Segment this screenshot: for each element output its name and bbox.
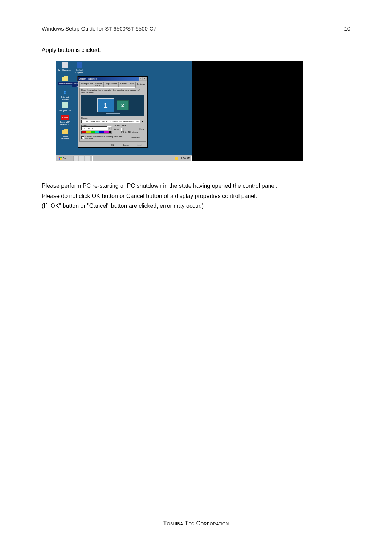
header-title: Windows Setup Guide for ST-6500/ST-6500-… (42, 25, 156, 32)
taskbar-separator (71, 156, 72, 161)
intro-line: Apply button is clicked. (42, 46, 350, 54)
dropdown-button[interactable]: ▾ (140, 120, 144, 123)
icon-label: My Computer (58, 69, 72, 71)
icon-label: Online Services (58, 135, 72, 140)
monitor-arrangement[interactable]: 1 2 (81, 95, 144, 116)
desktop-icon-outlook-express[interactable]: Outlook Express (72, 62, 87, 74)
display-properties-window: Display Properties ? × Background Screen… (78, 76, 148, 148)
desktop-icon-internet-explorer[interactable]: Internet Explorer (58, 89, 72, 101)
start-button[interactable]: Start (57, 156, 70, 161)
second-monitor-black (192, 155, 303, 161)
instruction-line-1: Please perform PC re-starting or PC shut… (42, 181, 350, 191)
desktop-icon-my-computer[interactable]: My Computer (58, 62, 72, 71)
tab-strip: Background Screen Saver Appearance Effec… (78, 81, 147, 87)
extend-label: Extend my Windows desktop onto this moni… (85, 136, 126, 140)
instruction-line-2: Please do not click OK button or Cancel … (42, 191, 350, 201)
colors-select[interactable]: 256 Colors ▾ (81, 126, 112, 130)
tab-web[interactable]: Web (128, 82, 135, 87)
screenshot-figure: My Computer My Documents Internet Explor… (56, 61, 350, 161)
slider-more: More (139, 128, 144, 130)
adobe-icon (61, 115, 69, 120)
slider-less: Less (114, 128, 119, 130)
monitor-1-icon[interactable]: 1 (97, 98, 114, 112)
screen-area-label: Screen area (114, 124, 144, 126)
windows-desktop: My Computer My Documents Internet Explor… (56, 61, 192, 155)
settings-panel: Drag the monitor icons to match the phys… (79, 87, 146, 142)
apply-button[interactable]: Apply (134, 144, 146, 146)
window-titlebar[interactable]: Display Properties ? × (78, 77, 147, 81)
page-number: 10 (344, 25, 350, 32)
ok-button[interactable]: OK (106, 144, 118, 146)
icon-label: Internet Explorer (58, 96, 72, 101)
start-label: Start (63, 157, 68, 159)
second-monitor-black (192, 61, 303, 155)
windows-logo-icon (59, 157, 62, 160)
monitor-2-icon[interactable]: 2 (117, 100, 129, 110)
icon-label: Recycle Bin (58, 109, 72, 112)
quicklaunch-icon[interactable] (85, 156, 90, 161)
window-title: Display Properties (79, 78, 97, 80)
resolution-value: 640 by 480 pixels (114, 131, 144, 133)
tab-background[interactable]: Background (79, 82, 94, 87)
display-label: Display: (81, 117, 144, 119)
clock: 11:56 AM (179, 157, 190, 159)
folder-icon (61, 75, 69, 82)
desktop-icon-my-documents[interactable]: My Documents (58, 75, 72, 85)
dialog-buttons: OK Cancel Apply (78, 143, 147, 147)
slider-thumb[interactable] (121, 128, 124, 131)
outlook-icon (76, 62, 83, 68)
page-footer: Toshiba Tec Corporation (0, 520, 392, 527)
drag-hint: Drag the monitor icons to match the phys… (81, 89, 144, 93)
close-button[interactable]: × (143, 77, 147, 81)
dropdown-button[interactable]: ▾ (107, 126, 112, 130)
icon-label: Outlook Express (72, 69, 87, 74)
colors-value: 256 Colors (81, 126, 107, 130)
page-header: Windows Setup Guide for ST-6500/ST-6500-… (42, 25, 350, 32)
resolution-slider[interactable]: Less More (114, 128, 144, 130)
computer-icon (61, 62, 69, 68)
tab-appearance[interactable]: Appearance (104, 82, 118, 87)
display-select-value: 2. Dell 1702FP MS-D 192547 on Intel(R) 8… (81, 120, 140, 123)
tray-icon[interactable] (175, 157, 178, 160)
color-swatch (81, 131, 112, 134)
ie-icon (61, 89, 69, 95)
icon-label: Setup MSN Internet A... (58, 121, 72, 126)
recycle-bin-icon (61, 102, 69, 109)
advanced-button[interactable]: Advanced... (128, 136, 144, 139)
help-button[interactable]: ? (139, 77, 143, 81)
desktop-icon-setup-msn[interactable]: Setup MSN Internet A... (58, 115, 72, 126)
monitor-stand (106, 113, 120, 114)
icon-label: My Documents (58, 82, 72, 85)
windows-taskbar[interactable]: Start 11:56 AM (56, 155, 192, 161)
instruction-paragraph: Please perform PC re-starting or PC shut… (42, 181, 350, 211)
tab-screensaver[interactable]: Screen Saver (94, 82, 104, 87)
quicklaunch-icon[interactable] (79, 156, 84, 161)
tab-settings[interactable]: Settings (135, 82, 146, 88)
desktop-icon-online-services[interactable]: Online Services (58, 128, 72, 140)
cancel-button[interactable]: Cancel (120, 144, 132, 146)
display-select[interactable]: 2. Dell 1702FP MS-D 192547 on Intel(R) 8… (81, 120, 144, 123)
extend-checkbox[interactable]: ✓ (81, 136, 84, 139)
quicklaunch-icon[interactable] (73, 156, 78, 161)
folder-icon (61, 128, 69, 134)
tab-effects[interactable]: Effects (119, 82, 128, 87)
system-tray[interactable]: 11:56 AM (174, 156, 192, 161)
instruction-line-3: (If "OK" button or "Cancel" button are c… (42, 201, 350, 211)
desktop-icon-recycle-bin[interactable]: Recycle Bin (58, 102, 72, 112)
taskbar-separator (91, 156, 93, 161)
